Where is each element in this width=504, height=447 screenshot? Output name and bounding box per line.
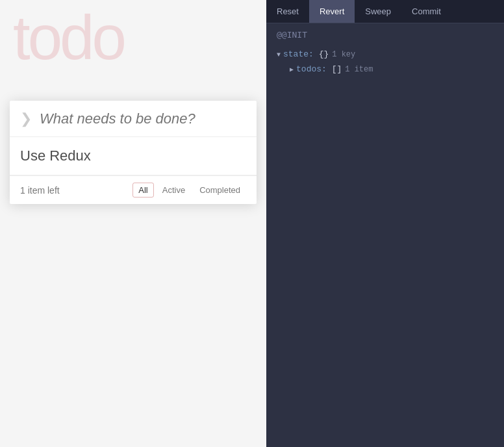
todo-card: ❯ Use Redux 1 item left All Active Compl… — [10, 101, 257, 204]
todo-item-text: Use Redux — [20, 147, 91, 164]
todos-bracket — [327, 63, 332, 77]
state-key: state: — [283, 48, 314, 62]
state-children: todos: [] 1 item — [277, 62, 494, 77]
reset-button[interactable]: Reset — [266, 0, 309, 23]
state-tree: state: {} 1 key todos: [] 1 item — [266, 45, 504, 80]
todos-meta: 1 item — [345, 64, 373, 76]
list-item: Use Redux — [10, 137, 257, 175]
filter-completed-button[interactable]: Completed — [194, 183, 246, 198]
devtools-toolbar: Reset Revert Sweep Commit — [266, 0, 504, 23]
state-toggle-icon[interactable] — [277, 50, 281, 60]
filter-all-button[interactable]: All — [132, 183, 153, 198]
commit-button[interactable]: Commit — [401, 0, 451, 23]
todo-app-panel: todo ❯ Use Redux 1 item left All Active … — [0, 0, 266, 447]
todos-toggle-icon[interactable] — [290, 65, 294, 75]
app-title: todo — [13, 6, 124, 69]
todo-footer: 1 item left All Active Completed — [10, 175, 257, 204]
state-bracket-open: {} — [319, 48, 329, 62]
toggle-all-icon[interactable]: ❯ — [20, 110, 32, 127]
todo-input-row: ❯ — [10, 101, 257, 137]
todos-key: todos: — [296, 63, 327, 77]
revert-button[interactable]: Revert — [309, 0, 355, 23]
todo-input[interactable] — [40, 110, 246, 127]
todo-list: Use Redux — [10, 137, 257, 175]
todos-row: todos: [] 1 item — [290, 62, 494, 77]
state-bracket — [314, 48, 319, 62]
sweep-button[interactable]: Sweep — [355, 0, 401, 23]
devtools-panel: Reset Revert Sweep Commit @@INIT state: … — [266, 0, 504, 447]
section-title: @@INIT — [266, 23, 504, 45]
items-left-count: 1 item left — [20, 185, 132, 196]
todos-bracket-open: [] — [332, 63, 342, 77]
filter-buttons: All Active Completed — [132, 183, 246, 198]
state-meta: 1 key — [332, 49, 355, 61]
state-root-row: state: {} 1 key — [277, 47, 494, 62]
filter-active-button[interactable]: Active — [157, 183, 191, 198]
